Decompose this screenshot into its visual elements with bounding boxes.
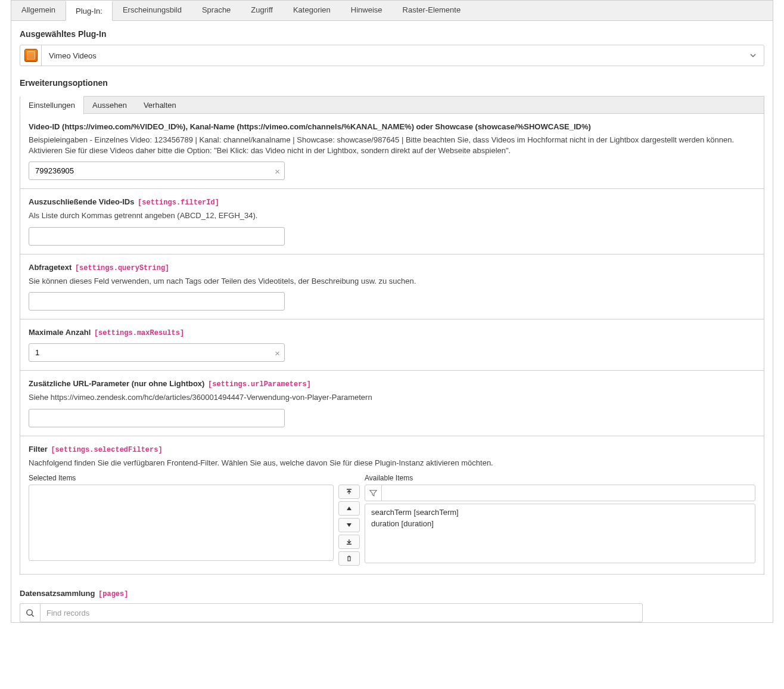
plugin-select[interactable]: Vimeo Videos bbox=[20, 45, 764, 66]
tab-erscheinungsbild[interactable]: Erscheinungsbild bbox=[113, 1, 192, 20]
tab-raster[interactable]: Raster-Elemente bbox=[393, 1, 471, 20]
search-icon[interactable] bbox=[20, 603, 40, 622]
delete-button[interactable] bbox=[338, 551, 360, 566]
list-item[interactable]: duration [duration] bbox=[365, 518, 755, 529]
extension-options-label: Erweiterungsoptionen bbox=[20, 78, 764, 94]
query-string-input[interactable] bbox=[29, 292, 285, 311]
field-filter-id-desc: Als Liste durch Kommas getrennt angeben … bbox=[29, 210, 755, 221]
field-selected-filters-desc: Nachfolgend finden Sie die verfügbaren F… bbox=[29, 458, 755, 468]
records-title: Datensatzsammlung bbox=[20, 589, 95, 598]
tab-zugriff[interactable]: Zugriff bbox=[241, 1, 283, 20]
list-item[interactable]: searchTerm [searchTerm] bbox=[365, 507, 755, 518]
field-query-string-desc: Sie können dieses Feld verwenden, um nac… bbox=[29, 276, 755, 287]
tab-plugin[interactable]: Plug-In: bbox=[66, 1, 113, 21]
move-down-button[interactable] bbox=[338, 518, 360, 532]
clear-icon[interactable]: × bbox=[275, 166, 280, 176]
move-bottom-button[interactable] bbox=[338, 535, 360, 549]
video-id-input[interactable] bbox=[29, 162, 285, 180]
field-filter-id: Auszuschließende Video-IDs [settings.fil… bbox=[20, 188, 764, 255]
records-search-input[interactable] bbox=[40, 603, 643, 622]
field-url-parameters-title: Zusätzliche URL-Parameter (nur ohne Ligh… bbox=[29, 379, 204, 388]
field-video-id: Video-ID (https://vimeo.com/%VIDEO_ID%),… bbox=[20, 113, 764, 189]
tab-allgemein[interactable]: Allgemein bbox=[11, 1, 66, 20]
tab-kategorien[interactable]: Kategorien bbox=[283, 1, 341, 20]
plugin-section-label: Ausgewähltes Plug-In bbox=[20, 29, 764, 45]
field-filter-id-key: [settings.filterId] bbox=[138, 198, 219, 207]
records-key: [pages] bbox=[98, 590, 128, 598]
filter-icon[interactable] bbox=[365, 485, 382, 501]
available-filter-input[interactable] bbox=[382, 489, 755, 498]
plugin-select-value: Vimeo Videos bbox=[42, 51, 742, 60]
move-up-button[interactable] bbox=[338, 501, 360, 516]
field-url-parameters-desc: Siehe https://vimeo.zendesk.com/hc/de/ar… bbox=[29, 392, 755, 403]
selected-items-label: Selected Items bbox=[29, 474, 334, 482]
field-max-results: Maximale Anzahl [settings.maxResults] × bbox=[20, 319, 764, 371]
clear-icon[interactable]: × bbox=[275, 347, 280, 358]
available-items-label: Available Items bbox=[365, 474, 755, 482]
field-selected-filters-title: Filter bbox=[29, 445, 48, 454]
subtab-aussehen[interactable]: Aussehen bbox=[84, 97, 135, 114]
field-selected-filters: Filter [settings.selectedFilters] Nachfo… bbox=[20, 436, 764, 575]
max-results-input[interactable] bbox=[29, 343, 285, 362]
field-selected-filters-key: [settings.selectedFilters] bbox=[51, 446, 162, 454]
subtab-einstellungen[interactable]: Einstellungen bbox=[20, 96, 84, 114]
selected-items-listbox[interactable] bbox=[29, 485, 334, 561]
field-max-results-title: Maximale Anzahl bbox=[29, 328, 91, 337]
field-url-parameters: Zusätzliche URL-Parameter (nur ohne Ligh… bbox=[20, 370, 764, 436]
field-query-string: Abfragetext [settings.queryString] Sie k… bbox=[20, 254, 764, 320]
field-video-id-title: Video-ID (https://vimeo.com/%VIDEO_ID%),… bbox=[29, 122, 591, 131]
plugin-icon bbox=[20, 45, 42, 66]
subtab-verhalten[interactable]: Verhalten bbox=[135, 97, 185, 114]
chevron-down-icon bbox=[742, 52, 764, 59]
field-filter-id-title: Auszuschließende Video-IDs bbox=[29, 197, 134, 206]
tab-hinweise[interactable]: Hinweise bbox=[341, 1, 393, 20]
field-video-id-desc: Beispieleingaben - Einzelnes Video: 1234… bbox=[29, 135, 755, 156]
move-top-button[interactable] bbox=[338, 485, 360, 499]
top-tabs: Allgemein Plug-In: Erscheinungsbild Spra… bbox=[11, 0, 773, 21]
tab-sprache[interactable]: Sprache bbox=[192, 1, 241, 20]
available-items-listbox[interactable]: searchTerm [searchTerm] duration [durati… bbox=[365, 504, 755, 563]
field-url-parameters-key: [settings.urlParameters] bbox=[208, 380, 311, 389]
url-parameters-input[interactable] bbox=[29, 409, 285, 427]
svg-point-0 bbox=[27, 610, 32, 615]
subtabs: Einstellungen Aussehen Verhalten bbox=[20, 96, 764, 114]
field-query-string-key: [settings.queryString] bbox=[75, 264, 169, 272]
field-query-string-title: Abfragetext bbox=[29, 263, 71, 272]
filter-id-input[interactable] bbox=[29, 227, 285, 246]
field-max-results-key: [settings.maxResults] bbox=[94, 329, 184, 337]
